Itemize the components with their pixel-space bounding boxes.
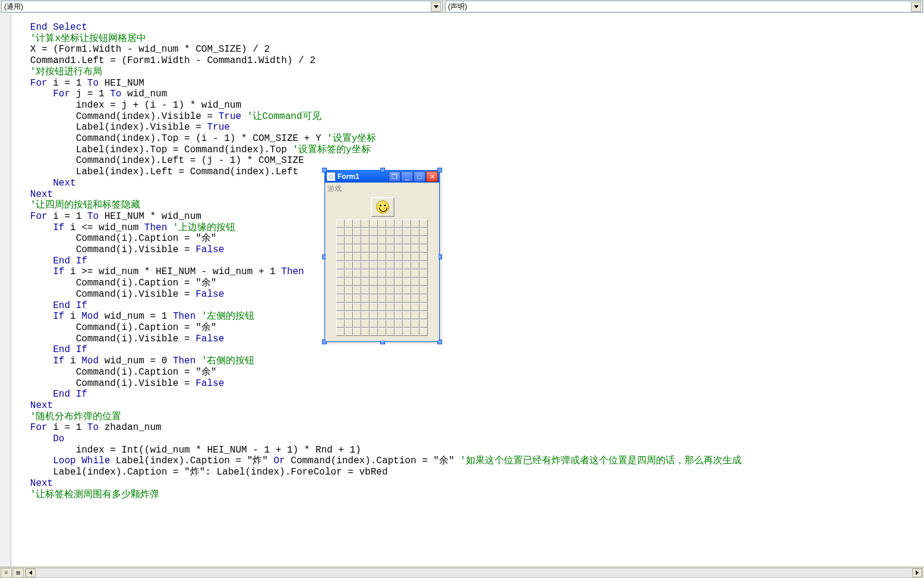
code-line[interactable]: Label(index).Top = Command(index).Top '设… — [13, 144, 924, 156]
grid-cell[interactable] — [403, 228, 411, 236]
grid-cell[interactable] — [345, 261, 353, 269]
code-line[interactable]: '让标签检测周围有多少颗炸弹 — [13, 489, 924, 501]
grid-cell[interactable] — [395, 228, 403, 236]
code-line[interactable]: Command(index).Left = (j - 1) * COM_SIZE — [13, 155, 924, 167]
scroll-left-icon[interactable] — [26, 568, 36, 577]
grid-cell[interactable] — [403, 236, 411, 244]
grid-cell[interactable] — [336, 319, 345, 328]
form-designer-window[interactable]: ▢ Form1 ❐ _ □ ✕ 游戏 — [324, 170, 440, 342]
grid-cell[interactable] — [361, 294, 370, 303]
grid-cell[interactable] — [378, 244, 386, 253]
grid-cell[interactable] — [336, 303, 345, 311]
code-line[interactable]: Label(index).Visible = True — [13, 122, 924, 133]
grid-cell[interactable] — [386, 236, 395, 244]
grid-cell[interactable] — [403, 261, 411, 269]
grid-cell[interactable] — [411, 294, 420, 303]
grid-cell[interactable] — [403, 278, 411, 286]
grid-cell[interactable] — [378, 269, 386, 278]
code-line[interactable]: End If — [13, 344, 924, 356]
code-line[interactable]: Command(index).Visible = True '让Command可… — [13, 111, 924, 122]
code-line[interactable]: For i = 1 To HEI_NUM * wid_num — [13, 211, 924, 222]
grid-cell[interactable] — [361, 253, 370, 261]
grid-cell[interactable] — [353, 253, 361, 261]
grid-cell[interactable] — [336, 244, 345, 253]
code-line[interactable]: If i Mod wid_num = 0 Then '右侧的按钮 — [13, 356, 924, 367]
grid-cell[interactable] — [420, 236, 428, 244]
grid-cell[interactable] — [378, 253, 386, 261]
grid-cell[interactable] — [353, 328, 361, 336]
grid-cell[interactable] — [403, 319, 411, 328]
code-line[interactable]: Command(i).Caption = "余" — [13, 367, 924, 378]
grid-cell[interactable] — [345, 219, 353, 228]
grid-cell[interactable] — [370, 269, 378, 278]
grid-cell[interactable] — [353, 294, 361, 303]
grid-cell[interactable] — [353, 261, 361, 269]
grid-cell[interactable] — [403, 286, 411, 294]
grid-cell[interactable] — [395, 311, 403, 319]
grid-cell[interactable] — [353, 236, 361, 244]
grid-cell[interactable] — [411, 244, 420, 253]
horizontal-scrollbar[interactable] — [25, 568, 923, 578]
grid-cell[interactable] — [411, 278, 420, 286]
grid-cell[interactable] — [345, 286, 353, 294]
code-line[interactable]: Label(index).Left = Command(index).Left — [13, 167, 924, 178]
code-line[interactable]: For i = 1 To zhadan_num — [13, 422, 924, 434]
grid-cell[interactable] — [361, 244, 370, 253]
code-line[interactable]: Do — [13, 434, 924, 445]
code-line[interactable]: Next — [13, 478, 924, 489]
grid-cell[interactable] — [386, 294, 395, 303]
grid-cell[interactable] — [361, 278, 370, 286]
grid-cell[interactable] — [370, 261, 378, 269]
menu-game[interactable]: 游戏 — [327, 184, 342, 193]
grid-cell[interactable] — [395, 236, 403, 244]
grid-cell[interactable] — [336, 311, 345, 319]
smiley-button[interactable] — [371, 197, 395, 217]
grid-cell[interactable] — [378, 278, 386, 286]
code-line[interactable]: For i = 1 To HEI_NUM — [13, 78, 924, 89]
grid-cell[interactable] — [395, 286, 403, 294]
grid-cell[interactable] — [395, 261, 403, 269]
code-line[interactable]: index = j + (i - 1) * wid_num — [13, 100, 924, 111]
grid-cell[interactable] — [345, 278, 353, 286]
grid-cell[interactable] — [353, 319, 361, 328]
form-client-area[interactable] — [326, 193, 439, 341]
full-module-view-button[interactable]: ≡ — [1, 568, 12, 578]
grid-cell[interactable] — [386, 311, 395, 319]
grid-cell[interactable] — [370, 219, 378, 228]
grid-cell[interactable] — [395, 328, 403, 336]
grid-cell[interactable] — [420, 278, 428, 286]
grid-cell[interactable] — [345, 311, 353, 319]
grid-cell[interactable] — [411, 303, 420, 311]
code-line[interactable]: Command(i).Visible = False — [13, 289, 924, 300]
grid-cell[interactable] — [370, 278, 378, 286]
grid-cell[interactable] — [411, 236, 420, 244]
grid-cell[interactable] — [386, 278, 395, 286]
grid-cell[interactable] — [353, 228, 361, 236]
code-line[interactable]: If i >= wid_num * HEI_NUM - wid_num + 1 … — [13, 266, 924, 278]
grid-cell[interactable] — [336, 228, 345, 236]
grid-cell[interactable] — [395, 294, 403, 303]
grid-cell[interactable] — [378, 311, 386, 319]
code-line[interactable]: '随机分布炸弹的位置 — [13, 411, 924, 423]
code-line[interactable]: End Select — [13, 22, 924, 33]
grid-cell[interactable] — [336, 286, 345, 294]
grid-cell[interactable] — [370, 244, 378, 253]
grid-cell[interactable] — [420, 219, 428, 228]
grid-cell[interactable] — [336, 294, 345, 303]
procedure-combo[interactable]: (声明) — [445, 1, 923, 12]
grid-cell[interactable] — [395, 219, 403, 228]
grid-cell[interactable] — [386, 244, 395, 253]
grid-cell[interactable] — [345, 294, 353, 303]
grid-cell[interactable] — [386, 219, 395, 228]
grid-cell[interactable] — [411, 319, 420, 328]
grid-cell[interactable] — [403, 328, 411, 336]
grid-cell[interactable] — [370, 253, 378, 261]
grid-cell[interactable] — [403, 219, 411, 228]
code-editor[interactable]: End Select '计算x坐标让按钮网格居中 X = (Form1.Widt… — [0, 13, 924, 567]
code-line[interactable]: '让四周的按钮和标签隐藏 — [13, 200, 924, 211]
grid-cell[interactable] — [420, 261, 428, 269]
grid-cell[interactable] — [411, 228, 420, 236]
grid-cell[interactable] — [353, 219, 361, 228]
code-line[interactable]: Next — [13, 178, 924, 189]
code-line[interactable]: For j = 1 To wid_num — [13, 89, 924, 100]
